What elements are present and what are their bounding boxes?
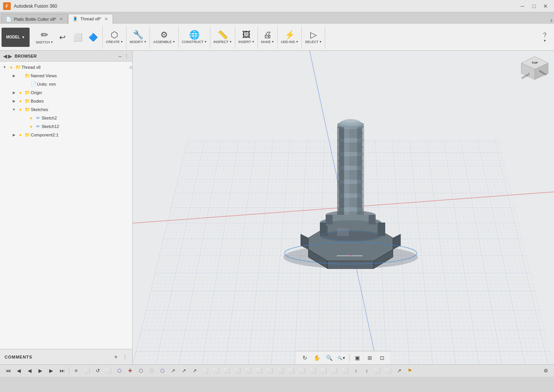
next-button[interactable]: ▶ (46, 366, 56, 375)
timeline-tool-25[interactable]: ⬜ (329, 366, 339, 375)
tree-item-sketch2[interactable]: ● ✏ Sketch2 (0, 114, 132, 122)
minimize-button[interactable]: ─ (517, 2, 528, 10)
timeline-tool-16[interactable]: ⬜ (233, 366, 243, 375)
expand-named-views[interactable]: ▶ (11, 74, 17, 78)
browser-divider-handle[interactable]: ⋮ (124, 53, 129, 59)
vis-sketches[interactable]: ● (17, 107, 24, 112)
comments-divider-handle[interactable]: ⋮ (122, 354, 128, 360)
timeline-tool-6[interactable]: ✚ (125, 366, 135, 375)
tree-item-bodies[interactable]: ▶ ● 📁 Bodies (0, 97, 132, 105)
comments-add-button[interactable]: + (114, 354, 118, 360)
vp-separator-1 (349, 354, 350, 362)
sketch-3d-button[interactable]: 🔷 (85, 33, 101, 42)
first-button[interactable]: ⏮ (3, 366, 13, 375)
expand-sketches[interactable]: ▼ (11, 108, 17, 111)
timeline-tool-8[interactable]: ⬡ (146, 366, 156, 375)
assemble-button[interactable]: ⚙ ASSEMBLE ▼ (151, 30, 176, 45)
timeline-tool-20[interactable]: ⬜ (276, 366, 286, 375)
timeline-tool-27[interactable]: ↕ (351, 366, 361, 375)
sketch-project-button[interactable]: ⬜ (70, 33, 85, 42)
vis-sketch2[interactable]: ● (28, 115, 35, 121)
expand-bodies[interactable]: ▶ (11, 99, 17, 103)
browser-collapse-button[interactable]: – (118, 53, 121, 59)
timeline-tool-17[interactable]: ⬜ (243, 366, 253, 375)
display-mode-button[interactable]: ▣ (352, 353, 363, 363)
tree-item-origin[interactable]: ▶ ● 📁 Origin (0, 88, 132, 97)
timeline-tool-4[interactable]: ⬜ (103, 366, 113, 375)
create-extrude-button[interactable]: ⬡ CREATE ▼ (104, 30, 125, 45)
tree-item-component21[interactable]: ▶ ● 📁 Component2:1 (0, 131, 132, 139)
viewport[interactable]: TOP FRONT RIGHT ↻ ✋ 🔍 🔍▼ ▣ ⊞ ⊡ (133, 51, 554, 364)
expand-origin[interactable]: ▶ (11, 91, 17, 95)
extra-root[interactable]: ⊙ (129, 65, 132, 70)
timeline-tool-9[interactable]: ⬡ (157, 366, 167, 375)
timeline-tool-15[interactable]: ⬜ (222, 366, 232, 375)
tree-item-units[interactable]: 📄 Units: mm (0, 80, 132, 88)
timeline-tool-29[interactable]: ⬜ (373, 366, 383, 375)
expand-root[interactable]: ▼ (2, 65, 8, 69)
timeline-tool-19[interactable]: ⬜ (265, 366, 275, 375)
last-button[interactable]: ⏭ (57, 366, 67, 375)
nav-forward[interactable]: ▶ (8, 53, 12, 59)
make-button[interactable]: 🖨 MAKE ▼ (260, 30, 276, 45)
mode-button[interactable]: MODEL ▼ (2, 28, 30, 47)
timeline-tool-5[interactable]: ⬡ (114, 366, 124, 375)
timeline-tool-11[interactable]: ↗ (179, 366, 189, 375)
vis-origin[interactable]: ● (17, 90, 24, 95)
timeline-tool-12[interactable]: ↗ (190, 366, 200, 375)
tab-plastic-bottle[interactable]: 📄 Platic Bottle Cutter v8* ✕ (2, 14, 68, 24)
settings-button[interactable]: ⚙ (541, 366, 551, 375)
timeline-tool-23[interactable]: ⬜ (308, 366, 318, 375)
timeline-tool-7[interactable]: ⬡ (136, 366, 146, 375)
tab-close-1[interactable]: ✕ (58, 17, 64, 22)
viewcube[interactable]: TOP FRONT RIGHT (519, 55, 550, 85)
timeline-tool-18[interactable]: ⬜ (254, 366, 264, 375)
tree-item-named-views[interactable]: ▶ 📁 Named Views (0, 71, 132, 80)
timeline-tool-1[interactable]: ≡ (71, 366, 81, 375)
zoom-more-button[interactable]: 🔍▼ (336, 353, 347, 363)
timeline-tool-30[interactable]: ⬜ (383, 366, 393, 375)
insert-button[interactable]: 🖼 INSERT ▼ (237, 30, 256, 45)
timeline-tool-3[interactable]: ↺ (93, 366, 103, 375)
select-button[interactable]: ▷ SELECT ▼ (303, 30, 323, 45)
timeline-tool-26[interactable]: ⬜ (340, 366, 350, 375)
addins-button[interactable]: ⚡ ADD-INS ▼ (279, 30, 300, 45)
prev-button[interactable]: ◀ (14, 366, 24, 375)
vis-root[interactable]: ● (8, 65, 15, 70)
timeline-tool-21[interactable]: ⬜ (286, 366, 296, 375)
timeline-tool-24[interactable]: ⬜ (319, 366, 329, 375)
timeline-tool-28[interactable]: ↕ (362, 366, 372, 375)
timeline-tool-13[interactable]: ⬜ (200, 366, 210, 375)
expand-component21[interactable]: ▶ (11, 133, 17, 137)
orbit-button[interactable]: ↻ (299, 353, 310, 363)
step-back-button[interactable]: ◀ (25, 366, 35, 375)
timeline-tool-2[interactable]: ⬜ (82, 366, 92, 375)
help-button[interactable]: ? ▼ (537, 31, 552, 43)
nav-back[interactable]: ◀ (3, 53, 7, 59)
tab-close-2[interactable]: ✕ (103, 16, 109, 22)
inspect-button[interactable]: 📏 INSPECT ▼ (212, 30, 233, 45)
construct-button[interactable]: 🌐 CONSTRUCT ▼ (180, 30, 208, 45)
tree-item-sketch12[interactable]: ● ✏ Sketch12 (0, 122, 132, 131)
sketch-button[interactable]: ✏ SKETCH ▼ (34, 30, 55, 45)
tree-item-root[interactable]: ▼ ● 📁 Thread v8 ⊙ (0, 63, 132, 71)
tab-thread[interactable]: 🧵 Thread v8* ✕ (68, 14, 113, 24)
vis-bodies[interactable]: ● (17, 98, 24, 104)
timeline-tool-22[interactable]: ⬜ (297, 366, 307, 375)
tree-item-sketches[interactable]: ▼ ● 📁 Sketches (0, 105, 132, 114)
close-button[interactable]: ✕ (540, 2, 551, 10)
timeline-tool-14[interactable]: ⬜ (211, 366, 221, 375)
timeline-tool-31[interactable]: ↗ (394, 366, 404, 375)
timeline-tool-10[interactable]: ↗ (168, 366, 178, 375)
pan-button[interactable]: ✋ (312, 353, 323, 363)
sketch-stop-button[interactable]: ↩ (55, 33, 70, 42)
play-button[interactable]: ▶ (35, 366, 45, 375)
vis-component21[interactable]: ● (17, 132, 24, 138)
modify-button[interactable]: 🔧 MODIFY ▼ (128, 30, 148, 45)
maximize-button[interactable]: □ (529, 2, 539, 10)
more-display-button[interactable]: ⊡ (377, 353, 388, 363)
tab-scroll-right[interactable]: › (551, 17, 552, 24)
zoom-button[interactable]: 🔍 (324, 353, 335, 363)
grid-button[interactable]: ⊞ (364, 353, 375, 363)
vis-sketch12[interactable]: ● (28, 124, 35, 129)
